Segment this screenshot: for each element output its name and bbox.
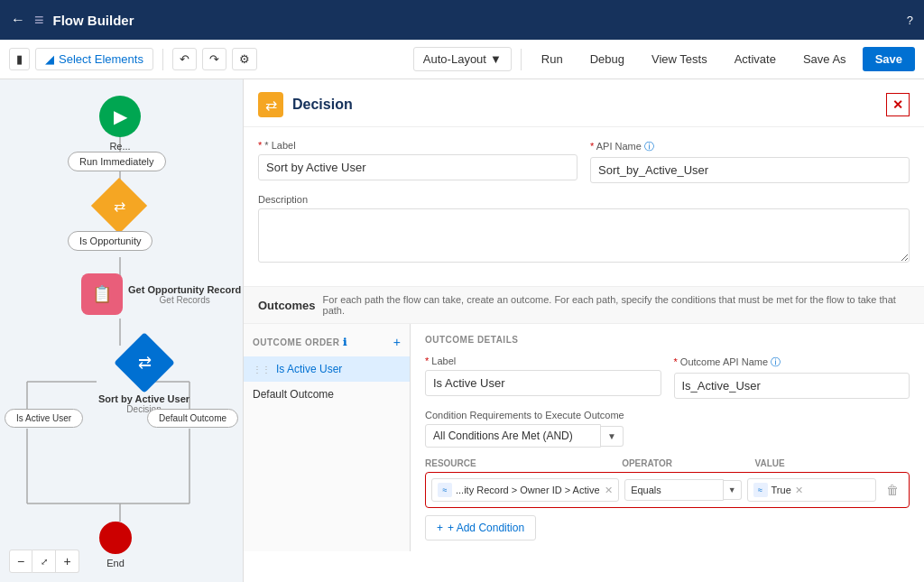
get-opportunity-node[interactable]: 📋 Get Opportunity Record Get Records <box>81 273 241 315</box>
panel-title: Decision <box>292 97 886 113</box>
condition-req-select[interactable]: All Conditions Are Met (AND) Any Conditi… <box>425 424 601 448</box>
chevron-down-icon: ▼ <box>490 52 502 66</box>
conditions-header: Resource Operator Value <box>425 458 910 468</box>
label-apiname-row: * * Label * API Name ⓘ <box>258 140 910 183</box>
description-textarea[interactable] <box>258 208 910 263</box>
add-outcome-button[interactable]: + <box>393 335 401 349</box>
help-button[interactable]: ? <box>907 14 913 27</box>
outcome-label-apiname-row: * Label * Outcome API Name ⓘ <box>425 356 910 399</box>
select-elements-button[interactable]: ◢ Select Elements <box>35 48 153 70</box>
add-condition-button[interactable]: + + Add Condition <box>425 515 536 540</box>
outcome-api-name-group: * Outcome API Name ⓘ <box>674 356 910 399</box>
outcome-list: OUTCOME ORDER ℹ + ⋮⋮ Is Active User Defa… <box>244 324 411 551</box>
sort-active-user-diamond[interactable]: ⇄ Sort by Active User Decision <box>98 341 189 414</box>
conditions-table: Resource Operator Value ≈ ...ity Record … <box>425 458 910 540</box>
outcomes-body: OUTCOME ORDER ℹ + ⋮⋮ Is Active User Defa… <box>244 324 924 551</box>
value-icon: ≈ <box>753 483 768 497</box>
panel-header: ⇄ Decision ✕ <box>244 79 924 127</box>
outcome-details: OUTCOME DETAILS * Label * Outcome API Na… <box>411 324 924 551</box>
separator-1 <box>162 49 163 70</box>
condition-value-0[interactable]: ≈ True ✕ <box>747 478 876 502</box>
app-icon: ≡ <box>34 11 44 30</box>
outcome-api-name-label: * Outcome API Name ⓘ <box>674 356 910 369</box>
toolbar: ▮ ◢ Select Elements ↶ ↷ ⚙ Auto-Layout ▼ … <box>0 40 924 79</box>
drag-icon: ⋮⋮ <box>253 365 271 374</box>
main-area: ▶ Re... St... Run Immediately ⇄ Is Oppor… <box>0 79 924 582</box>
settings-button[interactable]: ⚙ <box>232 48 257 70</box>
separator-2 <box>521 49 522 70</box>
run-button[interactable]: Run <box>531 48 574 70</box>
is-opportunity-diamond[interactable]: ⇄ <box>99 186 139 226</box>
plus-icon: + <box>437 522 443 534</box>
api-name-input[interactable] <box>590 157 910 183</box>
toggle-panel-button[interactable]: ▮ <box>9 48 30 70</box>
outcome-list-header: OUTCOME ORDER ℹ + <box>244 331 410 356</box>
condition-operator-0: Equals Not Equal To ▼ <box>624 479 741 501</box>
end-node[interactable]: End <box>99 522 132 568</box>
zoom-out-button[interactable]: − <box>9 550 32 573</box>
run-immediately-node[interactable]: Run Immediately <box>68 152 166 171</box>
description-group: Description <box>258 194 910 263</box>
app-title: Flow Builder <box>53 13 898 28</box>
outcome-list-actions: + <box>393 335 401 349</box>
api-name-info-icon[interactable]: ⓘ <box>644 141 654 152</box>
label-group: * * Label <box>258 140 578 183</box>
condition-delete-0[interactable]: 🗑 <box>882 483 903 497</box>
view-tests-button[interactable]: View Tests <box>641 48 718 70</box>
activate-button[interactable]: Activate <box>724 48 787 70</box>
panel-form-body: * * Label * API Name ⓘ Description <box>244 127 924 286</box>
save-button[interactable]: Save <box>863 47 915 71</box>
zoom-in-button[interactable]: + <box>56 550 79 573</box>
auto-layout-button[interactable]: Auto-Layout ▼ <box>413 47 512 71</box>
undo-button[interactable]: ↶ <box>172 48 197 70</box>
value-clear-button[interactable]: ✕ <box>795 485 803 496</box>
outcome-label-group: * Label <box>425 356 661 399</box>
select-elements-icon: ◢ <box>45 52 54 66</box>
operator-arrow: ▼ <box>724 480 742 500</box>
default-outcome-node[interactable]: Default Outcome <box>147 409 238 428</box>
resource-icon: ≈ <box>438 483 452 497</box>
is-opportunity-node[interactable]: Is Opportunity <box>68 231 152 251</box>
canvas[interactable]: ▶ Re... St... Run Immediately ⇄ Is Oppor… <box>0 79 244 582</box>
zoom-controls: − ⤢ + <box>9 550 79 573</box>
description-label: Description <box>258 194 910 205</box>
zoom-fit-button[interactable]: ⤢ <box>32 550 56 573</box>
default-outcome-item[interactable]: Default Outcome <box>244 382 410 407</box>
api-name-group: * API Name ⓘ <box>590 140 910 183</box>
api-name-field-label: * API Name ⓘ <box>590 140 910 153</box>
top-nav: ← ≡ Flow Builder ? <box>0 0 924 40</box>
panel-close-button[interactable]: ✕ <box>886 93 910 116</box>
condition-resource-0[interactable]: ≈ ...ity Record > Owner ID > Active ✕ <box>431 478 619 502</box>
back-button[interactable]: ← <box>11 12 25 28</box>
outcome-label-input[interactable] <box>425 370 661 396</box>
save-as-button[interactable]: Save As <box>792 48 857 70</box>
is-active-user-node[interactable]: Is Active User <box>5 409 83 428</box>
description-row: Description <box>258 194 910 263</box>
operator-select[interactable]: Equals Not Equal To <box>624 479 724 501</box>
condition-row-0: ≈ ...ity Record > Owner ID > Active ✕ Eq… <box>425 472 910 508</box>
decision-panel: ⇄ Decision ✕ * * Label * API Name ⓘ <box>244 79 924 582</box>
condition-req-arrow: ▼ <box>601 426 624 447</box>
outcome-api-info-icon[interactable]: ⓘ <box>771 356 781 367</box>
resource-clear-button[interactable]: ✕ <box>605 485 613 496</box>
outcome-api-name-input[interactable] <box>674 373 910 399</box>
condition-requirements: Condition Requirements to Execute Outcom… <box>425 410 910 448</box>
redo-button[interactable]: ↷ <box>202 48 226 70</box>
label-input[interactable] <box>258 154 578 180</box>
decision-icon: ⇄ <box>258 92 283 117</box>
condition-req-select-wrap: All Conditions Are Met (AND) Any Conditi… <box>425 424 624 448</box>
debug-button[interactable]: Debug <box>579 48 635 70</box>
label-field-label: * * Label <box>258 140 578 151</box>
outcomes-header: Outcomes For each path the flow can take… <box>244 286 924 324</box>
outcome-is-active-user[interactable]: ⋮⋮ Is Active User <box>244 356 410 382</box>
outcome-order-info-icon[interactable]: ℹ <box>343 337 347 347</box>
outcome-label-field-label: * Label <box>425 356 661 366</box>
